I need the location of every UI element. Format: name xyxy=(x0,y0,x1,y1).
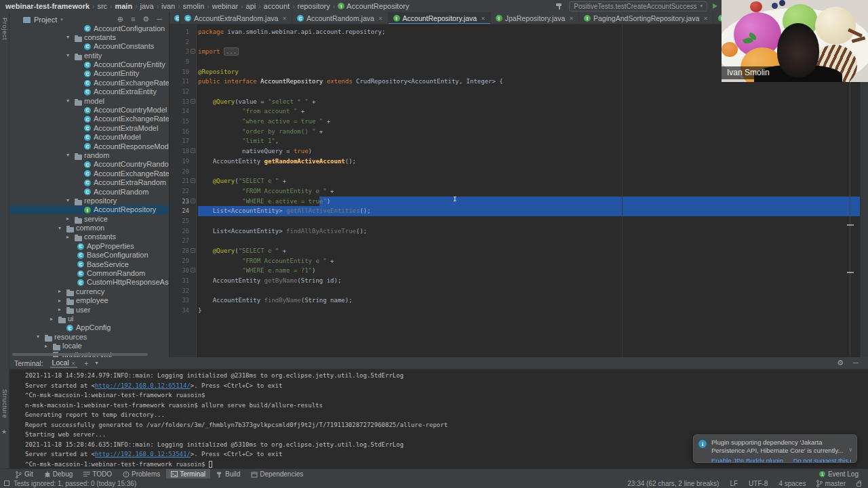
tree-item[interactable]: CAccountCountryModel xyxy=(9,106,169,115)
toolwindow-button-terminal[interactable]: Terminal xyxy=(166,469,210,479)
close-icon[interactable]: ✕ xyxy=(569,16,574,22)
chevron-right-icon[interactable]: ▸ xyxy=(66,216,69,222)
tree-item[interactable]: CAccountConstants xyxy=(9,42,169,51)
tree-item[interactable]: ▾random xyxy=(9,150,169,159)
chevron-right-icon[interactable]: ▸ xyxy=(58,306,61,312)
tree-item[interactable]: CAccountCountryEntity xyxy=(9,60,169,69)
tree-item[interactable]: CAccountConfiguration xyxy=(9,24,169,33)
fold-marker-icon[interactable]: – xyxy=(191,199,195,203)
toolwindow-button-todo[interactable]: TODO xyxy=(79,469,117,479)
caret-position[interactable]: 23:34 (62 chars, 2 line breaks) xyxy=(627,480,719,487)
toolwindow-button-git[interactable]: Git xyxy=(11,469,38,479)
chevron-right-icon[interactable]: ▸ xyxy=(58,298,61,304)
chevron-down-icon[interactable]: ▾ xyxy=(60,17,63,22)
collapse-chevron-icon[interactable]: ∨ xyxy=(848,446,852,454)
file-encoding[interactable]: UTF-8 xyxy=(749,480,768,487)
test-status-text[interactable]: Tests ignored: 1, passed: 0 (today 15:36… xyxy=(14,480,136,487)
close-icon[interactable]: ✕ xyxy=(703,16,708,22)
chevron-down-icon[interactable]: ▾ xyxy=(66,197,69,203)
terminal-link[interactable]: http://192.168.0.12:65114/ xyxy=(95,382,191,389)
tree-item[interactable]: CCommonRandom xyxy=(9,269,169,278)
tree-item[interactable]: CAccountExtraRandom xyxy=(9,178,169,187)
breadcrumb[interactable]: webinar-test-framework›src›main›java›iva… xyxy=(5,2,409,10)
tree-item[interactable]: CAccountRandom xyxy=(9,187,169,196)
indent-setting[interactable]: 4 spaces xyxy=(778,480,806,487)
chevron-down-icon[interactable]: ▾ xyxy=(66,98,69,104)
editor-tab[interactable]: IAccountRepository.java✕ xyxy=(389,12,491,24)
chevron-right-icon[interactable]: ▸ xyxy=(45,343,47,349)
locate-file-icon[interactable]: ⊕ xyxy=(117,15,123,24)
chevron-right-icon[interactable]: ▸ xyxy=(66,234,69,240)
breadcrumb-item[interactable]: AccountRepository xyxy=(347,2,409,10)
tree-item[interactable]: CAccountExtraModel xyxy=(9,123,169,132)
tool-stripe-project[interactable]: Project xyxy=(1,18,9,40)
toolwindow-button-dependencies[interactable]: Dependencies xyxy=(246,469,308,479)
editor-tab[interactable]: CAccountExtraRandom.java✕ xyxy=(180,12,292,24)
tree-item[interactable]: ▾common xyxy=(9,224,169,232)
build-hammer-icon[interactable] xyxy=(555,2,564,10)
close-icon[interactable]: ✕ xyxy=(282,16,287,22)
toolwindow-button-build[interactable]: Build xyxy=(212,469,245,479)
editor-tab[interactable]: CAccountRandom.java✕ xyxy=(292,12,389,24)
chevron-down-icon[interactable]: ▾ xyxy=(66,52,69,58)
fold-marker-icon[interactable]: – xyxy=(191,49,195,54)
tree-item[interactable]: ▾resources xyxy=(9,332,169,341)
run-button[interactable] xyxy=(713,3,717,9)
minimize-icon[interactable]: ─ xyxy=(853,359,859,367)
close-icon[interactable]: ✕ xyxy=(481,16,486,22)
line-ending[interactable]: LF xyxy=(730,480,738,487)
fold-marker-icon[interactable]: – xyxy=(191,99,195,104)
breadcrumb-item[interactable]: api xyxy=(246,2,256,10)
collapse-all-icon[interactable]: ≡ xyxy=(131,15,135,24)
toolwindow-button-problems[interactable]: Problems xyxy=(118,469,165,479)
tree-item[interactable]: CAppProperties xyxy=(9,241,169,250)
run-configuration-select[interactable]: PositiveTests.testCreateAccountSuccess ▾ xyxy=(569,1,707,12)
breadcrumb-item[interactable]: webinar xyxy=(212,2,239,10)
chevron-down-icon[interactable]: ▾ xyxy=(66,34,69,40)
editor-gutter[interactable]: 123–910111213–1415161718–192021–2223–242… xyxy=(170,24,197,357)
tree-item[interactable]: CAppConfig xyxy=(9,323,169,332)
fold-marker-icon[interactable]: – xyxy=(191,248,195,253)
tree-item[interactable]: CAccountModel xyxy=(9,133,169,142)
toolwindow-button-debug[interactable]: Debug xyxy=(39,469,77,479)
project-panel-title[interactable]: Project xyxy=(34,16,57,24)
horizontal-scrollbar[interactable] xyxy=(12,353,148,356)
chevron-right-icon[interactable]: ▸ xyxy=(50,316,53,322)
fold-marker-icon[interactable]: – xyxy=(191,268,195,272)
settings-gear-icon[interactable]: ⚙ xyxy=(837,359,844,367)
close-icon[interactable]: ✕ xyxy=(378,16,383,22)
tree-item[interactable]: CBaseConfiguration xyxy=(9,251,169,260)
do-not-suggest-link[interactable]: Do not suggest this plugin xyxy=(793,457,851,463)
tree-item[interactable]: ▸user xyxy=(9,305,169,314)
tree-item[interactable]: CAccountExtraEntity xyxy=(9,87,169,96)
breadcrumb-item[interactable]: main xyxy=(115,2,132,10)
tree-item[interactable]: ▸employee xyxy=(9,296,169,305)
toolwindow-switcher-icon[interactable] xyxy=(4,481,9,486)
tree-item[interactable]: CAccountResponseModel xyxy=(9,142,169,150)
tree-item[interactable]: ▸ui xyxy=(9,314,169,323)
chevron-down-icon[interactable]: ▾ xyxy=(66,152,69,158)
git-branch-widget[interactable]: master xyxy=(816,480,846,487)
chevron-down-icon[interactable]: ▾ xyxy=(58,225,61,231)
terminal-tab-local[interactable]: Local ✕ xyxy=(50,358,78,368)
tree-item[interactable]: ▾entity xyxy=(9,51,169,60)
tree-item[interactable]: CAccountEntity xyxy=(9,69,169,78)
hide-panel-icon[interactable]: ─ xyxy=(157,15,162,24)
tree-item[interactable]: ▸constants xyxy=(9,232,169,241)
chevron-down-icon[interactable]: ▾ xyxy=(95,360,98,366)
tree-item[interactable]: CAccountExchangeRateModel xyxy=(9,115,169,123)
close-icon[interactable]: ✕ xyxy=(71,361,76,367)
tree-item[interactable]: CAccountExchangeRateRandom xyxy=(9,169,169,178)
new-session-icon[interactable]: + xyxy=(84,359,88,367)
notification-toast[interactable]: i Plugin supporting dependency 'Jakarta … xyxy=(693,434,857,463)
breadcrumb-item[interactable]: webinar-test-framework xyxy=(5,2,90,10)
breadcrumb-item[interactable]: ivan xyxy=(161,2,175,10)
tree-item[interactable]: IAccountRepository xyxy=(9,205,169,214)
fold-marker-icon[interactable]: – xyxy=(191,148,195,153)
editor-tab[interactable]: IPagingAndSortingRepository.java✕ xyxy=(579,12,713,24)
lock-icon[interactable] xyxy=(856,483,861,487)
enable-jpa-buddy-link[interactable]: Enable JPA Buddy plugin xyxy=(711,457,783,463)
tree-item[interactable]: ▸currency xyxy=(9,287,169,296)
tree-item[interactable]: CCustomHttpResponseAssert xyxy=(9,278,169,287)
breadcrumb-item[interactable]: account xyxy=(264,2,290,10)
